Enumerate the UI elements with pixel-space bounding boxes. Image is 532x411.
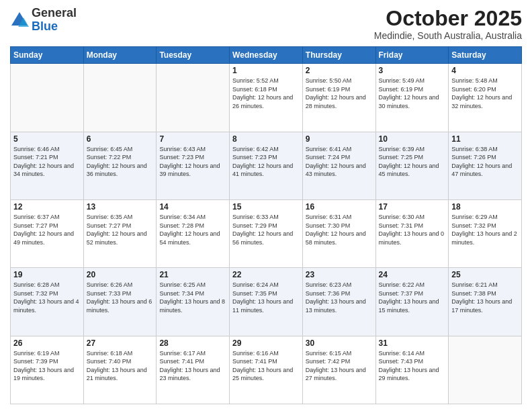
day-number: 17 bbox=[379, 202, 446, 212]
table-row: 1Sunrise: 5:52 AM Sunset: 6:18 PM Daylig… bbox=[230, 64, 303, 132]
col-friday: Friday bbox=[375, 47, 449, 64]
logo-general-text: General bbox=[32, 6, 77, 19]
calendar-week-row: 5Sunrise: 6:46 AM Sunset: 7:21 PM Daylig… bbox=[11, 132, 522, 199]
day-info: Sunrise: 6:38 AM Sunset: 7:26 PM Dayligh… bbox=[451, 145, 519, 179]
table-row: 8Sunrise: 6:42 AM Sunset: 7:23 PM Daylig… bbox=[230, 132, 303, 199]
day-number: 29 bbox=[232, 338, 300, 348]
day-info: Sunrise: 6:46 AM Sunset: 7:21 PM Dayligh… bbox=[13, 145, 81, 179]
table-row: 31Sunrise: 6:14 AM Sunset: 7:43 PM Dayli… bbox=[375, 336, 449, 404]
table-row bbox=[157, 64, 230, 132]
col-thursday: Thursday bbox=[302, 47, 375, 64]
table-row: 16Sunrise: 6:31 AM Sunset: 7:30 PM Dayli… bbox=[302, 199, 375, 267]
day-info: Sunrise: 6:31 AM Sunset: 7:30 PM Dayligh… bbox=[306, 213, 373, 246]
day-number: 3 bbox=[379, 66, 446, 75]
day-info: Sunrise: 6:39 AM Sunset: 7:25 PM Dayligh… bbox=[379, 145, 446, 179]
table-row: 25Sunrise: 6:21 AM Sunset: 7:38 PM Dayli… bbox=[449, 268, 522, 336]
day-info: Sunrise: 6:35 AM Sunset: 7:27 PM Dayligh… bbox=[87, 213, 154, 246]
table-row: 20Sunrise: 6:26 AM Sunset: 7:33 PM Dayli… bbox=[83, 268, 157, 336]
logo-icon bbox=[10, 11, 29, 30]
table-row: 17Sunrise: 6:30 AM Sunset: 7:31 PM Dayli… bbox=[375, 199, 449, 267]
day-info: Sunrise: 6:45 AM Sunset: 7:22 PM Dayligh… bbox=[87, 145, 154, 179]
table-row: 27Sunrise: 6:18 AM Sunset: 7:40 PM Dayli… bbox=[83, 336, 157, 404]
day-number: 23 bbox=[306, 270, 373, 279]
col-tuesday: Tuesday bbox=[157, 47, 230, 64]
day-info: Sunrise: 6:16 AM Sunset: 7:41 PM Dayligh… bbox=[232, 349, 300, 383]
logo-blue-text: Blue bbox=[32, 19, 58, 33]
day-number: 20 bbox=[87, 270, 154, 279]
col-saturday: Saturday bbox=[449, 47, 522, 64]
table-row: 18Sunrise: 6:29 AM Sunset: 7:32 PM Dayli… bbox=[449, 199, 522, 267]
table-row: 14Sunrise: 6:34 AM Sunset: 7:28 PM Dayli… bbox=[157, 199, 230, 267]
calendar-table: Sunday Monday Tuesday Wednesday Thursday… bbox=[10, 46, 522, 404]
table-row: 21Sunrise: 6:25 AM Sunset: 7:34 PM Dayli… bbox=[157, 268, 230, 336]
day-number: 4 bbox=[451, 66, 519, 75]
logo-text: General Blue bbox=[32, 7, 77, 34]
day-number: 19 bbox=[13, 270, 81, 279]
day-info: Sunrise: 6:29 AM Sunset: 7:32 PM Dayligh… bbox=[451, 213, 519, 246]
table-row: 29Sunrise: 6:16 AM Sunset: 7:41 PM Dayli… bbox=[230, 336, 303, 404]
col-sunday: Sunday bbox=[11, 47, 84, 64]
table-row: 2Sunrise: 5:50 AM Sunset: 6:19 PM Daylig… bbox=[302, 64, 375, 132]
day-number: 28 bbox=[159, 338, 226, 348]
table-row: 23Sunrise: 6:23 AM Sunset: 7:36 PM Dayli… bbox=[302, 268, 375, 336]
day-number: 8 bbox=[232, 134, 300, 144]
day-number: 22 bbox=[232, 270, 300, 279]
day-info: Sunrise: 6:17 AM Sunset: 7:41 PM Dayligh… bbox=[159, 349, 226, 383]
day-info: Sunrise: 6:28 AM Sunset: 7:32 PM Dayligh… bbox=[13, 281, 81, 314]
calendar-week-row: 12Sunrise: 6:37 AM Sunset: 7:27 PM Dayli… bbox=[11, 199, 522, 267]
table-row: 12Sunrise: 6:37 AM Sunset: 7:27 PM Dayli… bbox=[11, 199, 84, 267]
day-number: 31 bbox=[379, 338, 446, 348]
day-number: 9 bbox=[306, 134, 373, 144]
day-info: Sunrise: 6:37 AM Sunset: 7:27 PM Dayligh… bbox=[13, 213, 81, 246]
day-info: Sunrise: 6:24 AM Sunset: 7:35 PM Dayligh… bbox=[232, 281, 300, 314]
table-row: 6Sunrise: 6:45 AM Sunset: 7:22 PM Daylig… bbox=[83, 132, 157, 199]
table-row: 22Sunrise: 6:24 AM Sunset: 7:35 PM Dayli… bbox=[230, 268, 303, 336]
table-row: 13Sunrise: 6:35 AM Sunset: 7:27 PM Dayli… bbox=[83, 199, 157, 267]
day-number: 13 bbox=[87, 202, 154, 212]
day-number: 11 bbox=[451, 134, 519, 144]
table-row: 3Sunrise: 5:49 AM Sunset: 6:19 PM Daylig… bbox=[375, 64, 449, 132]
day-info: Sunrise: 6:33 AM Sunset: 7:29 PM Dayligh… bbox=[232, 213, 300, 246]
day-info: Sunrise: 6:23 AM Sunset: 7:36 PM Dayligh… bbox=[306, 281, 373, 314]
logo: General Blue bbox=[10, 7, 77, 34]
header: General Blue October 2025 Medindie, Sout… bbox=[10, 7, 522, 41]
table-row: 24Sunrise: 6:22 AM Sunset: 7:37 PM Dayli… bbox=[375, 268, 449, 336]
day-number: 30 bbox=[306, 338, 373, 348]
day-number: 1 bbox=[232, 66, 300, 75]
day-info: Sunrise: 5:50 AM Sunset: 6:19 PM Dayligh… bbox=[306, 77, 373, 110]
day-number: 15 bbox=[232, 202, 300, 212]
day-number: 12 bbox=[13, 202, 81, 212]
day-info: Sunrise: 6:22 AM Sunset: 7:37 PM Dayligh… bbox=[379, 281, 446, 314]
day-number: 14 bbox=[159, 202, 226, 212]
table-row: 19Sunrise: 6:28 AM Sunset: 7:32 PM Dayli… bbox=[11, 268, 84, 336]
page: General Blue October 2025 Medindie, Sout… bbox=[0, 0, 532, 411]
day-info: Sunrise: 6:26 AM Sunset: 7:33 PM Dayligh… bbox=[87, 281, 154, 314]
title-block: October 2025 Medindie, South Australia, … bbox=[374, 7, 522, 41]
day-number: 6 bbox=[87, 134, 154, 144]
day-info: Sunrise: 6:18 AM Sunset: 7:40 PM Dayligh… bbox=[87, 349, 154, 383]
calendar-week-row: 1Sunrise: 5:52 AM Sunset: 6:18 PM Daylig… bbox=[11, 64, 522, 132]
day-number: 2 bbox=[306, 66, 373, 75]
day-number: 26 bbox=[13, 338, 81, 348]
table-row: 28Sunrise: 6:17 AM Sunset: 7:41 PM Dayli… bbox=[157, 336, 230, 404]
col-wednesday: Wednesday bbox=[230, 47, 303, 64]
day-number: 7 bbox=[159, 134, 226, 144]
month-title: October 2025 bbox=[374, 7, 522, 30]
day-number: 10 bbox=[379, 134, 446, 144]
calendar-week-row: 26Sunrise: 6:19 AM Sunset: 7:39 PM Dayli… bbox=[11, 336, 522, 404]
day-info: Sunrise: 6:14 AM Sunset: 7:43 PM Dayligh… bbox=[379, 349, 446, 383]
table-row: 7Sunrise: 6:43 AM Sunset: 7:23 PM Daylig… bbox=[157, 132, 230, 199]
day-info: Sunrise: 6:30 AM Sunset: 7:31 PM Dayligh… bbox=[379, 213, 446, 246]
day-number: 18 bbox=[451, 202, 519, 212]
day-info: Sunrise: 6:19 AM Sunset: 7:39 PM Dayligh… bbox=[13, 349, 81, 383]
table-row: 5Sunrise: 6:46 AM Sunset: 7:21 PM Daylig… bbox=[11, 132, 84, 199]
day-info: Sunrise: 6:41 AM Sunset: 7:24 PM Dayligh… bbox=[306, 145, 373, 179]
day-info: Sunrise: 6:42 AM Sunset: 7:23 PM Dayligh… bbox=[232, 145, 300, 179]
table-row: 4Sunrise: 5:48 AM Sunset: 6:20 PM Daylig… bbox=[449, 64, 522, 132]
day-number: 24 bbox=[379, 270, 446, 279]
day-info: Sunrise: 6:34 AM Sunset: 7:28 PM Dayligh… bbox=[159, 213, 226, 246]
table-row: 30Sunrise: 6:15 AM Sunset: 7:42 PM Dayli… bbox=[302, 336, 375, 404]
day-info: Sunrise: 6:25 AM Sunset: 7:34 PM Dayligh… bbox=[159, 281, 226, 314]
day-info: Sunrise: 6:43 AM Sunset: 7:23 PM Dayligh… bbox=[159, 145, 226, 179]
table-row: 15Sunrise: 6:33 AM Sunset: 7:29 PM Dayli… bbox=[230, 199, 303, 267]
